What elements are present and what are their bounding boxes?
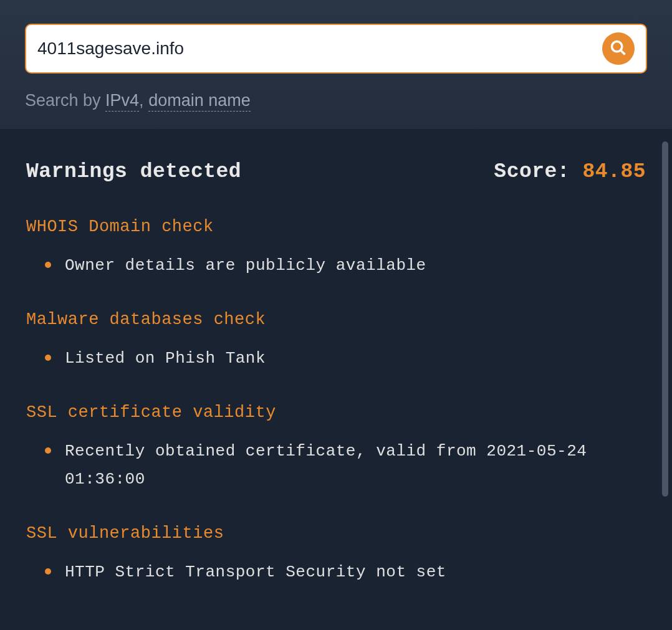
malware-section: Malware databases check Listed on Phish … [26,310,646,372]
hint-prefix: Search by [25,91,105,110]
scrollbar[interactable] [662,141,668,497]
search-section: Search by IPv4, domain name [0,0,672,129]
search-input[interactable] [37,39,602,59]
bullet-list: Recently obtained certificate, valid fro… [26,437,646,492]
section-title: SSL certificate validity [26,403,646,422]
bullet-list: Listed on Phish Tank [26,345,646,372]
section-title: Malware databases check [26,310,646,329]
bullet-list: HTTP Strict Transport Security not set [26,558,646,586]
whois-section: WHOIS Domain check Owner details are pub… [26,217,646,279]
header-row: Warnings detected Score: 84.85 [26,160,646,183]
score-label: Score: [494,160,582,183]
score-value: 84.85 [582,160,646,183]
svg-point-0 [612,41,622,51]
search-icon [610,39,627,59]
search-button[interactable] [602,32,635,65]
search-hint: Search by IPv4, domain name [25,91,647,110]
section-title: SSL vulnerabilities [26,524,646,543]
search-box [25,24,647,74]
warnings-title: Warnings detected [26,160,241,183]
section-title: WHOIS Domain check [26,217,646,236]
svg-line-1 [621,50,625,54]
hint-link-domain[interactable]: domain name [148,91,251,112]
ssl-vuln-section: SSL vulnerabilities HTTP Strict Transpor… [26,524,646,586]
results-wrapper: Warnings detected Score: 84.85 WHOIS Dom… [0,129,672,619]
list-item: HTTP Strict Transport Security not set [45,558,646,586]
bullet-list: Owner details are publicly available [26,252,646,279]
score-block: Score: 84.85 [494,160,646,183]
hint-separator: , [139,91,148,110]
results-section: Warnings detected Score: 84.85 WHOIS Dom… [0,129,672,619]
hint-link-ipv4[interactable]: IPv4 [105,91,139,112]
list-item: Listed on Phish Tank [45,345,646,372]
list-item: Owner details are publicly available [45,252,646,279]
list-item: Recently obtained certificate, valid fro… [45,437,646,492]
ssl-validity-section: SSL certificate validity Recently obtain… [26,403,646,492]
